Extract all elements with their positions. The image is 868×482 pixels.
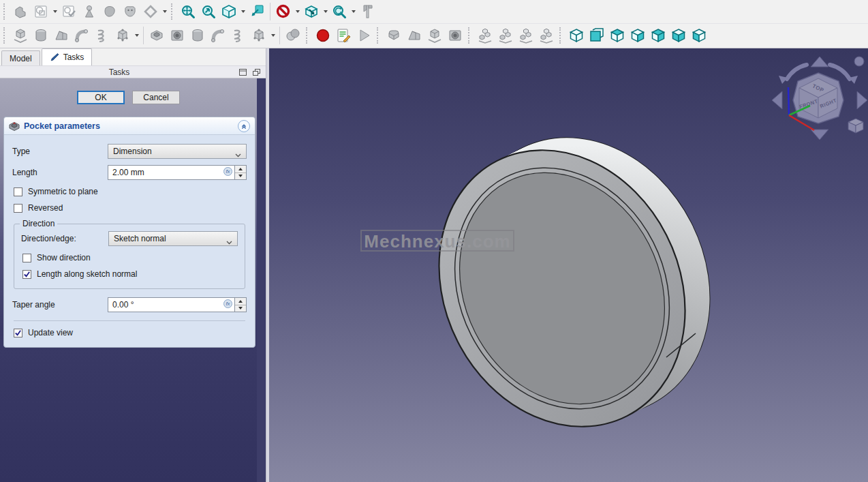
create-body-icon[interactable] bbox=[10, 1, 31, 22]
additive-pipe-icon[interactable] bbox=[72, 25, 92, 46]
polar-pattern-icon[interactable] bbox=[516, 25, 536, 46]
cancel-button[interactable]: Cancel bbox=[132, 91, 180, 104]
groove-icon[interactable] bbox=[187, 25, 208, 46]
additive-helix-icon[interactable] bbox=[92, 25, 112, 46]
taper-angle-input[interactable]: 0.00 ° fx bbox=[108, 297, 235, 312]
spin-up-button[interactable] bbox=[235, 166, 246, 173]
view-rear-icon[interactable] bbox=[648, 25, 668, 46]
type-combobox[interactable]: Dimension bbox=[108, 144, 247, 159]
direction-edge-combobox[interactable]: Sketch normal bbox=[108, 231, 238, 246]
merge-sketches-icon[interactable] bbox=[120, 1, 140, 22]
selection-bounding-box-dropdown-icon[interactable] bbox=[322, 1, 329, 22]
view-right-icon[interactable] bbox=[627, 25, 648, 46]
spin-down-button[interactable] bbox=[235, 305, 246, 312]
update-view-checkbox[interactable] bbox=[14, 329, 22, 337]
sketch-view-icon[interactable] bbox=[247, 1, 267, 22]
map-sketch-icon[interactable] bbox=[79, 1, 99, 22]
measure-icon[interactable] bbox=[357, 1, 377, 22]
subtractive-primitive-icon[interactable] bbox=[249, 25, 269, 46]
symmetric-to-plane-checkbox[interactable] bbox=[14, 187, 22, 196]
axonometric-view-icon[interactable] bbox=[219, 1, 239, 22]
boolean-operation-icon[interactable] bbox=[283, 25, 303, 46]
zoom-tools-icon[interactable] bbox=[329, 1, 350, 22]
tab-tasks[interactable]: Tasks bbox=[42, 48, 93, 65]
fit-all-icon[interactable] bbox=[178, 1, 198, 22]
macro-execute-icon[interactable] bbox=[354, 25, 374, 46]
nav-sphere-button[interactable] bbox=[854, 57, 864, 66]
tab-model[interactable]: Model bbox=[1, 50, 40, 65]
length-along-sketch-normal-checkbox[interactable] bbox=[22, 270, 31, 279]
length-value: 2.00 mm bbox=[112, 168, 144, 177]
create-datum-icon[interactable] bbox=[140, 1, 161, 22]
macro-edit-icon[interactable] bbox=[333, 25, 354, 46]
show-direction-checkbox[interactable] bbox=[22, 254, 31, 262]
draw-style-icon[interactable] bbox=[273, 1, 294, 22]
length-input[interactable]: 2.00 mm fx bbox=[108, 165, 235, 180]
collapse-section-button[interactable] bbox=[238, 120, 250, 132]
toolbar-grip[interactable] bbox=[468, 27, 472, 44]
draft-icon[interactable] bbox=[424, 25, 445, 46]
tasks-dock-title: Tasks bbox=[4, 67, 234, 77]
tilt-up-arrow[interactable] bbox=[811, 57, 828, 67]
macro-record-icon[interactable] bbox=[313, 25, 333, 46]
thickness-icon[interactable] bbox=[445, 25, 465, 46]
subtractive-primitive-dropdown-icon[interactable] bbox=[269, 25, 277, 46]
tilt-down-arrow[interactable] bbox=[811, 130, 828, 140]
mirrored-pattern-icon[interactable] bbox=[475, 25, 495, 46]
dock-overlay-button[interactable] bbox=[238, 67, 248, 76]
fit-selection-icon[interactable] bbox=[198, 1, 219, 22]
subtractive-helix-icon[interactable] bbox=[228, 25, 249, 46]
view-bottom-icon[interactable] bbox=[668, 25, 689, 46]
chamfer-icon[interactable] bbox=[404, 25, 424, 46]
toolbar-grip[interactable] bbox=[559, 27, 563, 44]
rotate-cw-arrow[interactable] bbox=[857, 91, 867, 109]
toolbar-grip[interactable] bbox=[3, 3, 7, 20]
spin-up-button[interactable] bbox=[235, 298, 246, 305]
type-combobox-value: Dimension bbox=[113, 147, 152, 156]
direction-groupbox: Direction Direction/edge: Sketch normal bbox=[14, 224, 245, 289]
selection-bounding-box-icon[interactable] bbox=[301, 1, 322, 22]
create-datum-dropdown-icon[interactable] bbox=[161, 1, 168, 22]
linear-pattern-icon[interactable] bbox=[495, 25, 516, 46]
ok-button[interactable]: OK bbox=[77, 91, 125, 104]
expression-icon[interactable]: fx bbox=[223, 167, 232, 176]
pocket-icon[interactable] bbox=[146, 25, 167, 46]
expression-icon[interactable]: fx bbox=[223, 299, 232, 308]
pad-icon[interactable] bbox=[10, 25, 31, 46]
view-top-icon[interactable] bbox=[607, 25, 627, 46]
edit-sketch-icon[interactable] bbox=[59, 1, 79, 22]
zoom-tools-dropdown-icon[interactable] bbox=[350, 1, 357, 22]
3d-viewport[interactable]: TOP FRONT RIGHT Mechnexus.com bbox=[269, 48, 868, 482]
view-isometric-icon[interactable] bbox=[566, 25, 587, 46]
reversed-checkbox[interactable] bbox=[14, 204, 22, 213]
toolbar-grip[interactable] bbox=[171, 3, 175, 20]
additive-primitive-icon[interactable] bbox=[112, 25, 133, 46]
axonometric-view-dropdown-icon[interactable] bbox=[239, 1, 247, 22]
fillet-icon[interactable] bbox=[384, 25, 404, 46]
view-left-icon[interactable] bbox=[689, 25, 709, 46]
subtractive-pipe-icon[interactable] bbox=[208, 25, 228, 46]
nav-mini-cube[interactable] bbox=[848, 119, 863, 133]
rotate-right-arrow[interactable] bbox=[830, 65, 850, 79]
validate-sketch-icon[interactable] bbox=[99, 1, 120, 22]
rotate-ccw-arrow[interactable] bbox=[772, 91, 782, 109]
reversed-label: Reversed bbox=[28, 203, 63, 213]
draw-style-dropdown-icon[interactable] bbox=[294, 1, 301, 22]
additive-primitive-dropdown-icon[interactable] bbox=[133, 25, 140, 46]
navigation-cube[interactable]: TOP FRONT RIGHT bbox=[772, 57, 867, 140]
spin-down-button[interactable] bbox=[235, 173, 246, 180]
task-panel-column: Model Tasks Tasks OK bbox=[0, 48, 266, 482]
additive-loft-icon[interactable] bbox=[51, 25, 72, 46]
view-front-icon[interactable] bbox=[587, 25, 607, 46]
create-sketch-icon[interactable] bbox=[31, 1, 51, 22]
toolbar-grip[interactable] bbox=[306, 27, 310, 44]
toolbar-grip[interactable] bbox=[3, 27, 7, 44]
toolbar-grip[interactable] bbox=[377, 27, 381, 44]
multitransform-icon[interactable] bbox=[536, 25, 557, 46]
create-sketch-dropdown-icon[interactable] bbox=[51, 1, 59, 22]
rotate-left-arrow[interactable] bbox=[787, 65, 807, 79]
dock-float-button[interactable] bbox=[251, 67, 262, 76]
hole-icon[interactable] bbox=[167, 25, 187, 46]
revolution-icon[interactable] bbox=[31, 25, 51, 46]
pocket-part-body[interactable] bbox=[392, 95, 756, 469]
